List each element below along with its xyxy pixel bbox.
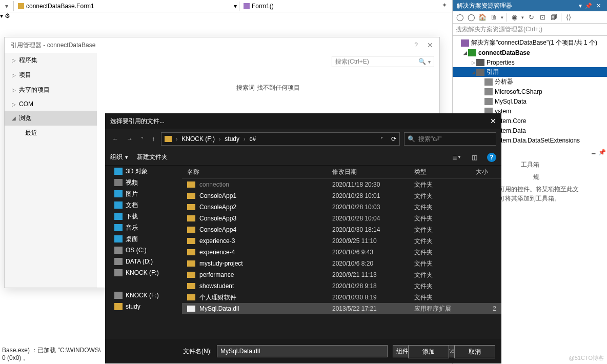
- dropdown-arrow-icon[interactable]: ▾: [426, 59, 431, 65]
- file-row[interactable]: experience-42020/10/6 9:43文件夹: [182, 247, 501, 258]
- path-segment[interactable]: study: [225, 135, 239, 143]
- column-header-type[interactable]: 类型: [414, 168, 476, 176]
- column-header-date[interactable]: 修改日期: [332, 168, 414, 176]
- file-tree-item[interactable]: [105, 278, 182, 290]
- file-tree-item[interactable]: DATA (D:): [105, 256, 182, 267]
- back-icon[interactable]: ←: [110, 134, 120, 144]
- solution-node[interactable]: 解决方案"connectDataBase"(1 个项目/共 1 个): [453, 38, 607, 48]
- organize-button[interactable]: 组织 ▼: [110, 153, 129, 161]
- refresh-icon[interactable]: ↻: [527, 13, 535, 22]
- references-node[interactable]: ◢引用: [453, 67, 607, 77]
- home-icon[interactable]: 🏠: [478, 13, 487, 22]
- file-tree-item[interactable]: KNOCK (F:): [105, 290, 182, 301]
- node-label: MySql.Data: [495, 98, 527, 105]
- file-row[interactable]: connection2020/11/18 20:30文件夹: [182, 179, 501, 190]
- breadcrumb-method[interactable]: Form1(): [241, 3, 276, 10]
- cancel-button[interactable]: 取消: [454, 345, 495, 358]
- gear-icon[interactable]: ⚙: [5, 12, 10, 19]
- back-icon[interactable]: ◯: [456, 13, 464, 22]
- file-row[interactable]: mystudy-project2020/10/6 8:20文件夹: [182, 258, 501, 269]
- file-tree-item[interactable]: study: [105, 301, 182, 312]
- sidebar-item-projects[interactable]: ▷项目: [5, 68, 97, 83]
- show-all-icon[interactable]: 🗐: [550, 13, 558, 22]
- breadcrumb-class[interactable]: connectDataBase.Form1: [16, 3, 96, 10]
- file-tree-item[interactable]: 视频: [105, 177, 182, 188]
- new-folder-button[interactable]: 新建文件夹: [137, 153, 168, 161]
- folder-icon: [187, 227, 195, 233]
- chevron-down-icon[interactable]: ˅: [380, 136, 383, 142]
- forward-icon[interactable]: ◯: [467, 13, 475, 22]
- sidebar-item-browse[interactable]: ◢浏览: [5, 111, 97, 126]
- file-type: 文件夹: [414, 226, 476, 234]
- file-row[interactable]: showstudent2020/10/28 9:18文件夹: [182, 280, 501, 292]
- sidebar-subitem-recent[interactable]: 最近: [5, 126, 97, 140]
- file-tree-item[interactable]: 图片: [105, 188, 182, 199]
- file-row[interactable]: ConsoleApp32020/10/28 10:04文件夹: [182, 213, 501, 224]
- column-header-size[interactable]: 大小: [476, 168, 496, 176]
- file-row[interactable]: ConsoleApp42020/10/30 18:14文件夹: [182, 224, 501, 235]
- file-tree-item[interactable]: 3D 对象: [105, 166, 182, 177]
- reference-item[interactable]: 分析器: [453, 77, 607, 87]
- ref-search-input[interactable]: 搜索(Ctrl+E) 🔍 ▾: [332, 56, 434, 67]
- forward-icon[interactable]: →: [125, 134, 135, 144]
- recent-dropdown-icon[interactable]: ˅: [139, 135, 146, 143]
- chevron-down-icon[interactable]: ▾: [0, 12, 3, 19]
- preview-pane-icon[interactable]: ◫: [470, 154, 479, 161]
- tree-item-icon: [114, 179, 123, 186]
- scope-icon[interactable]: 🗎: [490, 13, 498, 22]
- collapse-icon[interactable]: ⊡: [538, 13, 547, 22]
- file-row[interactable]: 个人理财软件2020/10/30 8:19文件夹: [182, 292, 501, 303]
- help-icon[interactable]: ?: [414, 42, 418, 49]
- dropdown-arrow-icon[interactable]: ▾: [234, 3, 237, 10]
- file-name: performance: [199, 271, 332, 278]
- file-tree-item[interactable]: 文档: [105, 199, 182, 211]
- chevron-down-icon[interactable]: ▾: [501, 15, 503, 20]
- add-button[interactable]: 添加: [408, 345, 449, 358]
- tree-item-label: KNOCK (F:): [126, 269, 159, 276]
- plus-icon[interactable]: ✦: [442, 2, 447, 9]
- file-tree-item[interactable]: 音乐: [105, 222, 182, 233]
- close-icon[interactable]: ✕: [594, 3, 603, 9]
- path-segment[interactable]: KNOCK (F:): [181, 135, 215, 143]
- view-list-icon[interactable]: ≣ ▼: [452, 154, 461, 161]
- sidebar-item-com[interactable]: ▷COM: [5, 97, 97, 111]
- close-icon[interactable]: ✕: [427, 41, 433, 49]
- file-row[interactable]: performance2020/9/21 11:13文件夹: [182, 269, 501, 280]
- sol-search-input[interactable]: 搜索解决方案资源管理器(Ctrl+;): [453, 24, 607, 36]
- file-name: mystudy-project: [199, 260, 332, 267]
- help-icon[interactable]: ?: [487, 153, 496, 162]
- file-tree-item[interactable]: OS (C:): [105, 245, 182, 256]
- project-node[interactable]: ◢connectDataBase: [453, 48, 607, 57]
- reference-item[interactable]: MySql.Data: [453, 96, 607, 106]
- file-name-input[interactable]: [217, 345, 388, 357]
- sidebar-item-assemblies[interactable]: ▷程序集: [5, 53, 97, 68]
- file-date: 2020/10/6 9:43: [332, 249, 414, 256]
- reference-icon: [484, 98, 493, 105]
- file-row[interactable]: ConsoleApp12020/10/28 10:01文件夹: [182, 190, 501, 201]
- chevron-down-icon[interactable]: ▾: [521, 15, 524, 20]
- path-segment[interactable]: c#: [249, 135, 256, 143]
- sidebar-item-shared[interactable]: ▷共享的项目: [5, 83, 97, 97]
- up-icon[interactable]: ↑: [150, 134, 157, 144]
- folder-icon: [187, 215, 195, 221]
- file-search-input[interactable]: 🔍 搜索"c#": [404, 132, 496, 146]
- properties-node[interactable]: ▷Properties: [453, 57, 607, 67]
- file-row[interactable]: ConsoleApp22020/10/28 10:03文件夹: [182, 201, 501, 213]
- column-header-name[interactable]: 名称: [187, 168, 332, 176]
- file-tree-item[interactable]: 桌面: [105, 233, 182, 245]
- file-tree-item[interactable]: KNOCK (F:): [105, 267, 182, 278]
- file-tree-item[interactable]: 下载: [105, 211, 182, 222]
- sync-icon[interactable]: ◉: [510, 13, 518, 22]
- file-row[interactable]: experience-32020/9/25 11:10文件夹: [182, 235, 501, 247]
- close-icon[interactable]: ✕: [490, 117, 496, 125]
- pin-icon[interactable]: 🗕 📌: [591, 149, 606, 156]
- file-date: 2020/11/18 20:30: [332, 181, 414, 188]
- reference-item[interactable]: Microsoft.CSharp: [453, 87, 607, 96]
- path-bar[interactable]: › KNOCK (F:) › study › c# ˅ ⟳: [161, 132, 400, 146]
- file-row[interactable]: MySql.Data.dll2013/5/22 17:21应用程序扩展2: [182, 303, 501, 314]
- refresh-icon[interactable]: ⟳: [386, 135, 396, 143]
- pin-icon[interactable]: 📌: [583, 3, 594, 9]
- properties-icon[interactable]: ⟨⟩: [564, 13, 573, 22]
- dropdown-arrow-icon[interactable]: ▼: [578, 3, 583, 9]
- dropdown-arrow-icon[interactable]: ▾: [2, 3, 11, 10]
